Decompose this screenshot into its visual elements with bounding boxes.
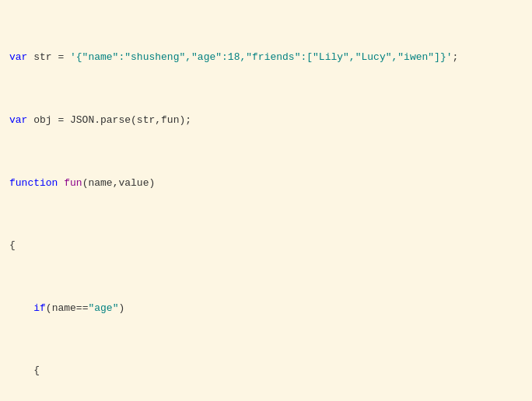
line-1: var str = '{"name":"shusheng","age":18,"…	[6, 50, 532, 65]
line-5: if(name=="age")	[6, 301, 532, 316]
line-4: {	[6, 238, 532, 253]
line-6: {	[6, 363, 532, 378]
code-editor: var str = '{"name":"shusheng","age":18,"…	[0, 0, 532, 401]
line-2: var obj = JSON.parse(str,fun);	[6, 113, 532, 128]
line-3: function fun(name,value)	[6, 176, 532, 191]
